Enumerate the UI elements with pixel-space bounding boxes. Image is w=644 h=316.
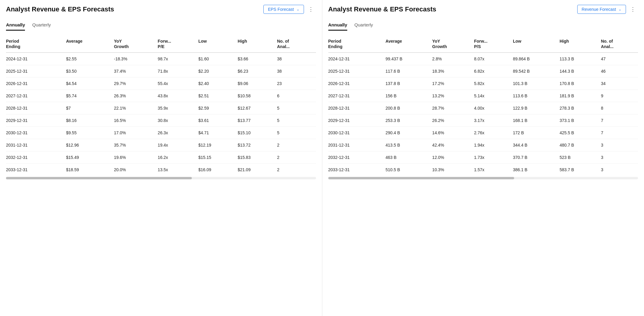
- cell-average-8-0: $15.49: [66, 151, 114, 164]
- col-header-analysts-0: No. of Anal...: [277, 35, 316, 53]
- tab-quarterly-1[interactable]: Quarterly: [354, 20, 373, 31]
- col-header-yoy-1: YoY Growth: [432, 35, 474, 53]
- cell-high-7-1: 480.7 B: [560, 139, 601, 151]
- cell-analysts-5-0: 5: [277, 114, 316, 127]
- cell-period-6-0: 2030-12-31: [6, 127, 66, 139]
- cell-high-2-1: 170.8 B: [560, 77, 601, 90]
- cell-analysts-6-0: 5: [277, 127, 316, 139]
- cell-analysts-1-0: 38: [277, 65, 316, 77]
- col-header-forw-0: Forw... P/E: [158, 35, 198, 53]
- cell-average-9-0: $18.59: [66, 164, 114, 176]
- cell-high-7-0: $13.72: [238, 139, 277, 151]
- cell-low-0-0: $1.60: [198, 53, 238, 65]
- cell-forw-6-1: 2.76x: [474, 127, 513, 139]
- dropdown-label-1: Revenue Forecast: [582, 7, 616, 12]
- cell-period-3-1: 2027-12-31: [328, 90, 386, 102]
- cell-forw-2-1: 5.82x: [474, 77, 513, 90]
- cell-forw-6-0: 26.3x: [158, 127, 198, 139]
- scrollbar-thumb-0: [6, 177, 192, 179]
- cell-low-4-0: $2.59: [198, 102, 238, 114]
- horizontal-scrollbar-0[interactable]: [6, 177, 316, 179]
- cell-high-0-1: 113.3 B: [560, 53, 601, 65]
- cell-average-5-0: $8.16: [66, 114, 114, 127]
- cell-period-2-0: 2026-12-31: [6, 77, 66, 90]
- cell-analysts-0-1: 47: [601, 53, 638, 65]
- cell-high-8-0: $15.83: [238, 151, 277, 164]
- page-wrapper: Analyst Revenue & EPS ForecastsEPS Forec…: [0, 0, 644, 316]
- cell-period-8-1: 2032-12-31: [328, 151, 386, 164]
- table-row: 2026-12-31137.8 B17.2%5.82x101.3 B170.8 …: [328, 77, 638, 90]
- cell-yoy-4-0: 22.1%: [114, 102, 158, 114]
- data-table-0: Period EndingAverageYoY GrowthForw... P/…: [6, 35, 316, 176]
- tab-annually-1[interactable]: Annually: [328, 20, 347, 31]
- cell-analysts-8-1: 3: [601, 151, 638, 164]
- cell-yoy-9-0: 20.0%: [114, 164, 158, 176]
- cell-low-0-1: 89.864 B: [513, 53, 560, 65]
- cell-period-1-1: 2025-12-31: [328, 65, 386, 77]
- more-options-icon-0[interactable]: ⋮: [306, 5, 316, 14]
- cell-yoy-9-1: 10.3%: [432, 164, 474, 176]
- cell-analysts-3-0: 6: [277, 90, 316, 102]
- cell-yoy-7-0: 35.7%: [114, 139, 158, 151]
- cell-average-7-1: 413.5 B: [385, 139, 432, 151]
- cell-high-3-1: 181.9 B: [560, 90, 601, 102]
- cell-yoy-2-1: 17.2%: [432, 77, 474, 90]
- cell-average-6-0: $9.55: [66, 127, 114, 139]
- tab-annually-0[interactable]: Annually: [6, 20, 25, 31]
- cell-forw-5-1: 3.17x: [474, 114, 513, 127]
- cell-high-0-0: $3.66: [238, 53, 277, 65]
- cell-yoy-5-1: 26.2%: [432, 114, 474, 127]
- cell-yoy-4-1: 28.7%: [432, 102, 474, 114]
- cell-yoy-2-0: 29.7%: [114, 77, 158, 90]
- tab-quarterly-0[interactable]: Quarterly: [32, 20, 51, 31]
- cell-low-5-1: 168.1 B: [513, 114, 560, 127]
- cell-period-8-0: 2032-12-31: [6, 151, 66, 164]
- cell-forw-0-0: 98.7x: [158, 53, 198, 65]
- table-row: 2031-12-31$12.9635.7%19.4x$12.19$13.722: [6, 139, 316, 151]
- cell-high-5-0: $13.77: [238, 114, 277, 127]
- cell-period-4-1: 2028-12-31: [328, 102, 386, 114]
- cell-average-8-1: 463 B: [385, 151, 432, 164]
- col-header-forw-1: Forw... P/S: [474, 35, 513, 53]
- dropdown-button-0[interactable]: EPS Forecast⌄: [263, 5, 304, 14]
- cell-forw-2-0: 55.4x: [158, 77, 198, 90]
- cell-low-7-0: $12.19: [198, 139, 238, 151]
- cell-analysts-7-0: 2: [277, 139, 316, 151]
- cell-analysts-1-1: 46: [601, 65, 638, 77]
- cell-yoy-3-0: 26.3%: [114, 90, 158, 102]
- table-row: 2025-12-31117.6 B18.3%6.82x89.542 B144.3…: [328, 65, 638, 77]
- more-options-icon-1[interactable]: ⋮: [628, 5, 638, 14]
- horizontal-scrollbar-1[interactable]: [328, 177, 638, 179]
- col-header-average-0: Average: [66, 35, 114, 53]
- cell-high-3-0: $10.58: [238, 90, 277, 102]
- table-row: 2028-12-31200.8 B28.7%4.00x122.9 B278.3 …: [328, 102, 638, 114]
- cell-high-8-1: 523 B: [560, 151, 601, 164]
- table-row: 2025-12-31$3.5037.4%71.8x$2.20$6.2338: [6, 65, 316, 77]
- table-row: 2031-12-31413.5 B42.4%1.94x344.4 B480.7 …: [328, 139, 638, 151]
- cell-analysts-2-1: 34: [601, 77, 638, 90]
- cell-average-2-0: $4.54: [66, 77, 114, 90]
- panel-title-0: Analyst Revenue & EPS Forecasts: [6, 5, 114, 13]
- table-row: 2033-12-31510.5 B10.3%1.57x386.1 B583.7 …: [328, 164, 638, 176]
- cell-forw-0-1: 8.07x: [474, 53, 513, 65]
- cell-low-4-1: 122.9 B: [513, 102, 560, 114]
- cell-average-4-1: 200.8 B: [385, 102, 432, 114]
- dropdown-button-1[interactable]: Revenue Forecast⌄: [577, 5, 626, 14]
- cell-average-7-0: $12.96: [66, 139, 114, 151]
- cell-average-5-1: 253.3 B: [385, 114, 432, 127]
- table-row: 2026-12-31$4.5429.7%55.4x$2.40$9.0623: [6, 77, 316, 90]
- cell-analysts-6-1: 7: [601, 127, 638, 139]
- table-row: 2029-12-31$8.1616.5%30.8x$3.61$13.775: [6, 114, 316, 127]
- cell-low-6-0: $4.71: [198, 127, 238, 139]
- cell-analysts-7-1: 3: [601, 139, 638, 151]
- cell-yoy-6-1: 14.6%: [432, 127, 474, 139]
- cell-forw-1-0: 71.8x: [158, 65, 198, 77]
- cell-analysts-3-1: 9: [601, 90, 638, 102]
- dropdown-label-0: EPS Forecast: [268, 7, 294, 12]
- header-right-1: Revenue Forecast⌄⋮: [577, 5, 638, 14]
- cell-forw-8-0: 16.2x: [158, 151, 198, 164]
- cell-forw-7-1: 1.94x: [474, 139, 513, 151]
- cell-period-0-0: 2024-12-31: [6, 53, 66, 65]
- col-header-yoy-0: YoY Growth: [114, 35, 158, 53]
- cell-low-5-0: $3.61: [198, 114, 238, 127]
